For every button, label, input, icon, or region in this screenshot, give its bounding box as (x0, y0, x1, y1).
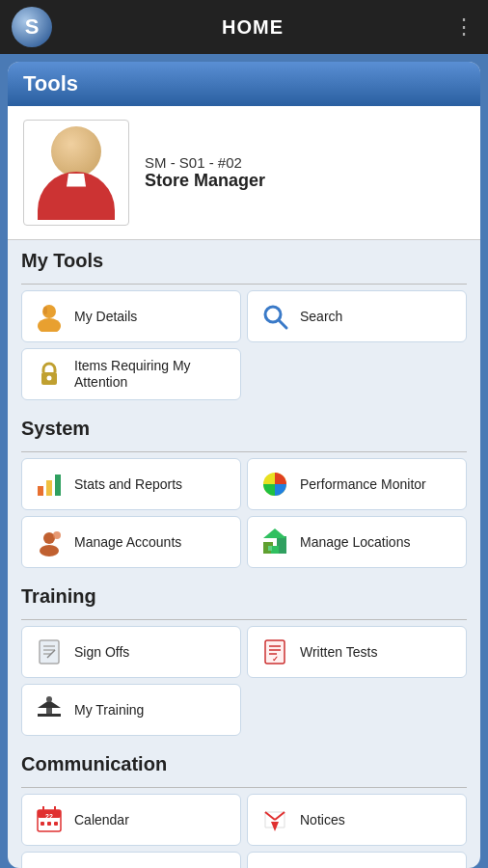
svg-rect-37 (41, 822, 44, 826)
overflow-menu-button[interactable]: ⋮ (453, 14, 476, 40)
gallery-icon (258, 860, 292, 868)
stats-reports-label: Stats and Reports (74, 476, 182, 493)
forum-icon (32, 860, 67, 868)
image-gallery-button[interactable]: Image Gallery (247, 852, 467, 868)
avatar-head (51, 126, 101, 176)
avatar-collar (67, 174, 86, 187)
training-icon (32, 692, 67, 727)
profile-role: Store Manager (145, 171, 265, 191)
pie-icon (258, 467, 292, 502)
svg-point-1 (38, 318, 61, 332)
profile-section: SM - S01 - #02 Store Manager (8, 106, 480, 240)
performance-monitor-button[interactable]: Performance Monitor (247, 458, 467, 510)
manage-accounts-label: Manage Accounts (74, 534, 181, 551)
training-section: Training (8, 576, 480, 619)
notices-button[interactable]: Notices (247, 794, 467, 846)
calendar-label: Calendar (74, 812, 129, 828)
written-tests-label: Written Tests (300, 644, 377, 661)
notices-label: Notices (300, 812, 345, 828)
svg-point-30 (46, 696, 52, 702)
svg-rect-7 (38, 486, 43, 496)
items-attention-label: Items Requiring My Attention (74, 358, 230, 391)
svg-rect-39 (54, 822, 58, 826)
manage-accounts-button[interactable]: Manage Accounts (21, 516, 241, 568)
training-divider (21, 619, 467, 620)
svg-text:✓: ✓ (272, 655, 279, 664)
written-tests-button[interactable]: ✓ Written Tests (247, 626, 467, 678)
my-tools-grid: My Details Search Items Requiring My At (8, 286, 480, 408)
app-logo: S (12, 7, 52, 47)
user-icon (32, 299, 67, 334)
signoff-icon (32, 635, 67, 669)
main-card: Tools SM - S01 - #02 Store Manager My To… (8, 62, 480, 868)
svg-point-13 (53, 531, 61, 539)
my-training-button[interactable]: My Training (21, 684, 241, 736)
svg-line-4 (279, 320, 286, 328)
calendar-button[interactable]: 22 Calendar (21, 794, 241, 846)
stats-reports-button[interactable]: Stats and Reports (21, 458, 241, 510)
svg-point-6 (47, 376, 52, 381)
my-tools-divider (21, 284, 467, 285)
system-title: System (21, 418, 467, 440)
avatar-figure (38, 126, 115, 220)
stats-icon (32, 467, 67, 502)
profile-info: SM - S01 - #02 Store Manager (145, 154, 265, 191)
svg-rect-8 (46, 480, 52, 496)
svg-point-12 (40, 545, 59, 556)
profile-id: SM - S01 - #02 (145, 154, 265, 171)
sign-offs-button[interactable]: Sign Offs (21, 626, 241, 678)
locations-icon (258, 525, 292, 559)
svg-rect-38 (47, 822, 51, 826)
training-title: Training (21, 585, 467, 608)
svg-rect-17 (271, 546, 279, 554)
svg-rect-18 (268, 546, 272, 551)
system-grid: Stats and Reports Performance Monitor (8, 454, 480, 576)
svg-rect-9 (55, 475, 61, 496)
my-tools-section: My Tools (8, 240, 480, 284)
svg-text:22: 22 (45, 813, 53, 820)
search-icon (258, 299, 292, 334)
tests-icon: ✓ (258, 635, 292, 669)
svg-marker-16 (263, 529, 286, 538)
communication-section: Communication (8, 744, 480, 787)
svg-rect-19 (40, 640, 59, 664)
my-tools-title: My Tools (21, 250, 467, 272)
performance-monitor-label: Performance Monitor (300, 476, 426, 493)
forum-button[interactable]: Forum (21, 852, 241, 868)
calendar-icon: 22 (32, 802, 67, 837)
communication-divider (21, 787, 467, 788)
system-divider (21, 451, 467, 452)
my-training-label: My Training (74, 702, 144, 719)
system-section: System (8, 408, 480, 451)
manage-locations-label: Manage Locations (300, 534, 410, 551)
communication-title: Communication (21, 753, 467, 775)
avatar-body (38, 172, 115, 220)
svg-rect-2 (43, 307, 47, 314)
items-attention-button[interactable]: Items Requiring My Attention (21, 348, 241, 400)
svg-rect-31 (46, 708, 52, 714)
top-bar: S HOME ⋮ (0, 0, 488, 54)
my-details-button[interactable]: My Details (21, 290, 241, 342)
my-details-label: My Details (74, 309, 137, 325)
card-header-title: Tools (23, 71, 78, 95)
lock-icon (32, 357, 67, 392)
communication-grid: 22 Calendar Notices (8, 790, 480, 868)
card-header: Tools (8, 62, 480, 106)
sign-offs-label: Sign Offs (74, 644, 129, 661)
page-title: HOME (222, 16, 284, 39)
svg-rect-28 (38, 714, 61, 717)
search-button[interactable]: Search (247, 290, 467, 342)
search-label: Search (300, 309, 342, 325)
training-grid: Sign Offs ✓ Written Tests (8, 622, 480, 744)
avatar (23, 120, 129, 226)
accounts-icon (32, 525, 67, 559)
notices-icon (258, 802, 292, 837)
manage-locations-button[interactable]: Manage Locations (247, 516, 467, 568)
